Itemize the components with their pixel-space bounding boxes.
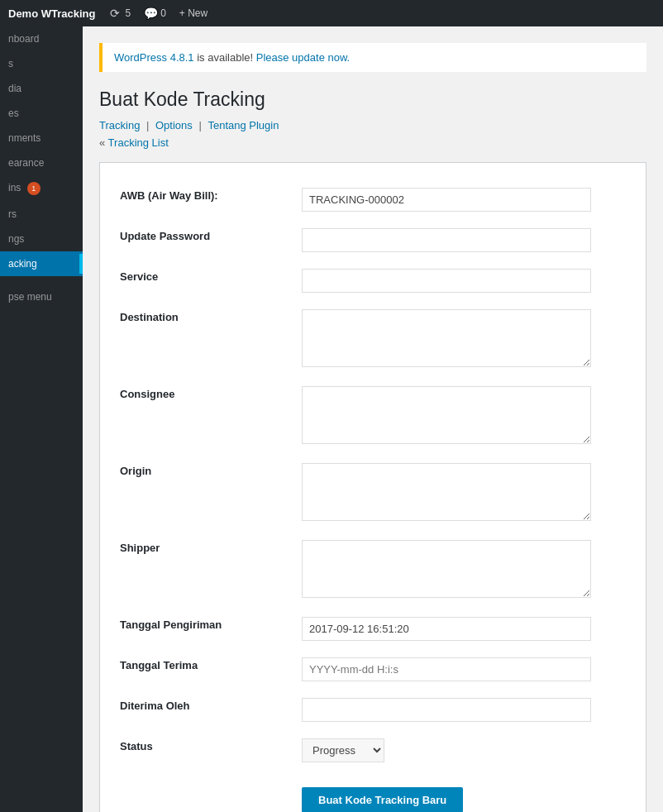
service-row: Service (120, 260, 626, 301)
sidebar-item-settings[interactable]: ngs (0, 227, 83, 251)
tanggal-pengiriman-row: Tanggal Pengiriman (120, 609, 626, 649)
destination-row: Destination (120, 301, 626, 378)
active-indicator (79, 254, 83, 274)
consignee-row: Consignee (120, 378, 626, 455)
shipper-row: Shipper (120, 532, 626, 609)
diterima-oleh-input[interactable] (302, 698, 591, 722)
sidebar-item-plugins[interactable]: ins 1 (0, 175, 83, 202)
sub-nav: Tracking | Options | Tentang Plugin (99, 119, 646, 131)
tanggal-pengiriman-input[interactable] (302, 617, 591, 641)
sidebar-item-pages[interactable]: es (0, 101, 83, 126)
comments-item[interactable]: 💬 0 (144, 7, 166, 20)
back-to-list-link[interactable]: Tracking List (108, 136, 169, 149)
back-link-wrapper: « Tracking List (99, 136, 646, 149)
awb-label: AWB (Air Way Bill): (120, 179, 302, 220)
status-label: Status (120, 730, 302, 771)
comments-icon: 💬 (144, 7, 157, 20)
consignee-label: Consignee (120, 378, 302, 455)
awb-row: AWB (Air Way Bill): (120, 179, 626, 220)
origin-row: Origin (120, 455, 626, 532)
diterima-oleh-row: Diterima Oleh (120, 690, 626, 730)
destination-textarea[interactable] (302, 309, 591, 367)
updates-item[interactable]: ⟳ 5 (108, 7, 131, 20)
new-content-item[interactable]: + New (179, 7, 207, 19)
sidebar-item-appearance[interactable]: earance (0, 150, 83, 175)
options-nav-link[interactable]: Options (155, 119, 193, 131)
password-input[interactable] (302, 228, 591, 252)
consignee-textarea[interactable] (302, 386, 591, 444)
main-content: WordPress 4.8.1 is available! Please upd… (83, 26, 663, 812)
collapse-menu[interactable]: pse menu (0, 284, 83, 309)
form-card: AWB (Air Way Bill): Update Password (99, 162, 646, 812)
origin-textarea[interactable] (302, 463, 591, 521)
update-now-link[interactable]: Please update now. (256, 51, 350, 64)
updates-icon: ⟳ (108, 7, 122, 20)
destination-label: Destination (120, 301, 302, 378)
tanggal-terima-input[interactable] (302, 657, 591, 681)
sidebar-item-dashboard[interactable]: nboard (0, 26, 83, 51)
admin-bar: Demo WTracking ⟳ 5 💬 0 + New (0, 0, 663, 26)
status-select-wrapper: Progress Delivered Pending (302, 738, 626, 762)
site-name[interactable]: Demo WTracking (8, 7, 95, 20)
sidebar-item-tracking[interactable]: acking (0, 251, 83, 276)
submit-button[interactable]: Buat Kode Tracking Baru (302, 787, 463, 812)
sidebar-item-media[interactable]: dia (0, 76, 83, 101)
shipper-textarea[interactable] (302, 540, 591, 598)
about-nav-link[interactable]: Tentang Plugin (207, 119, 279, 131)
page-title: Buat Kode Tracking (99, 88, 646, 111)
tanggal-pengiriman-label: Tanggal Pengiriman (120, 609, 302, 649)
diterima-oleh-label: Diterima Oleh (120, 690, 302, 730)
shipper-label: Shipper (120, 532, 302, 609)
status-row: Status Progress Delivered Pending (120, 730, 626, 771)
wp-version-link[interactable]: WordPress 4.8.1 (114, 51, 194, 64)
submit-row: Buat Kode Tracking Baru (120, 771, 626, 812)
password-label: Update Password (120, 220, 302, 260)
service-input[interactable] (302, 269, 591, 293)
tanggal-terima-row: Tanggal Terima (120, 649, 626, 690)
sidebar-item-posts[interactable]: s (0, 51, 83, 76)
sidebar-item-comments[interactable]: nments (0, 126, 83, 150)
tracking-nav-link[interactable]: Tracking (99, 119, 140, 131)
password-row: Update Password (120, 220, 626, 260)
tanggal-terima-label: Tanggal Terima (120, 649, 302, 690)
origin-label: Origin (120, 455, 302, 532)
sidebar-item-users[interactable]: rs (0, 202, 83, 227)
admin-sidebar: nboard s dia es nments earance ins 1 rs … (0, 26, 83, 812)
awb-input[interactable] (302, 188, 591, 212)
status-select[interactable]: Progress Delivered Pending (302, 738, 384, 762)
tracking-form: AWB (Air Way Bill): Update Password (120, 179, 626, 812)
update-notice: WordPress 4.8.1 is available! Please upd… (99, 43, 646, 72)
service-label: Service (120, 260, 302, 301)
